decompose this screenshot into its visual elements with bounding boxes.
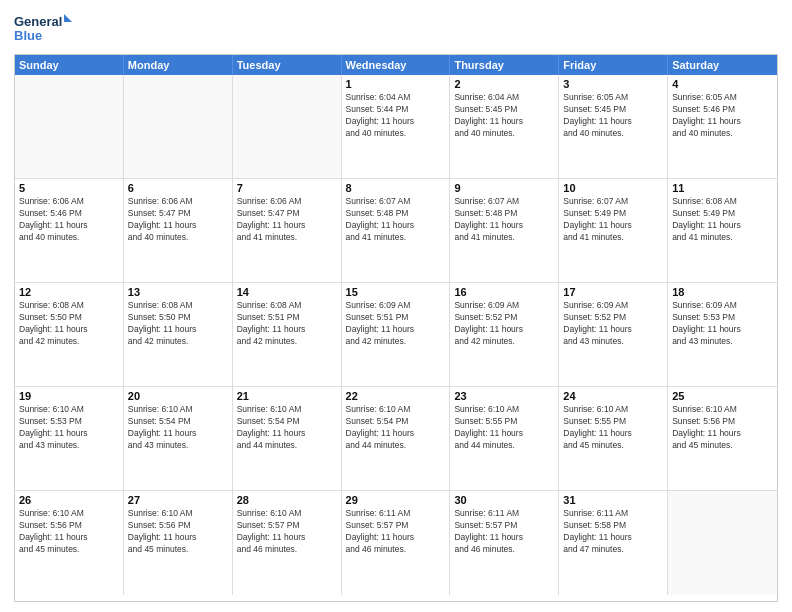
day-number: 8 xyxy=(346,182,446,194)
calendar-cell-w2-d5: 9Sunrise: 6:07 AMSunset: 5:48 PMDaylight… xyxy=(450,179,559,282)
calendar-cell-w5-d1: 26Sunrise: 6:10 AMSunset: 5:56 PMDayligh… xyxy=(15,491,124,595)
calendar-cell-w5-d4: 29Sunrise: 6:11 AMSunset: 5:57 PMDayligh… xyxy=(342,491,451,595)
day-number: 13 xyxy=(128,286,228,298)
calendar-cell-w4-d4: 22Sunrise: 6:10 AMSunset: 5:54 PMDayligh… xyxy=(342,387,451,490)
calendar-body: 1Sunrise: 6:04 AMSunset: 5:44 PMDaylight… xyxy=(15,75,777,595)
logo-svg: General Blue xyxy=(14,10,74,50)
header-day-saturday: Saturday xyxy=(668,55,777,75)
day-number: 27 xyxy=(128,494,228,506)
day-number: 6 xyxy=(128,182,228,194)
day-number: 17 xyxy=(563,286,663,298)
day-number: 4 xyxy=(672,78,773,90)
day-info: Sunrise: 6:07 AMSunset: 5:49 PMDaylight:… xyxy=(563,196,663,244)
calendar-cell-w1-d5: 2Sunrise: 6:04 AMSunset: 5:45 PMDaylight… xyxy=(450,75,559,178)
page: General Blue SundayMondayTuesdayWednesda… xyxy=(0,0,792,612)
day-info: Sunrise: 6:08 AMSunset: 5:49 PMDaylight:… xyxy=(672,196,773,244)
logo: General Blue xyxy=(14,10,74,50)
day-number: 30 xyxy=(454,494,554,506)
calendar-cell-w3-d1: 12Sunrise: 6:08 AMSunset: 5:50 PMDayligh… xyxy=(15,283,124,386)
day-number: 11 xyxy=(672,182,773,194)
header-day-thursday: Thursday xyxy=(450,55,559,75)
day-info: Sunrise: 6:09 AMSunset: 5:53 PMDaylight:… xyxy=(672,300,773,348)
day-number: 24 xyxy=(563,390,663,402)
day-number: 21 xyxy=(237,390,337,402)
calendar-cell-w5-d2: 27Sunrise: 6:10 AMSunset: 5:56 PMDayligh… xyxy=(124,491,233,595)
day-number: 25 xyxy=(672,390,773,402)
calendar-cell-w1-d1 xyxy=(15,75,124,178)
calendar-cell-w2-d2: 6Sunrise: 6:06 AMSunset: 5:47 PMDaylight… xyxy=(124,179,233,282)
calendar-cell-w4-d7: 25Sunrise: 6:10 AMSunset: 5:56 PMDayligh… xyxy=(668,387,777,490)
day-number: 20 xyxy=(128,390,228,402)
calendar-cell-w1-d2 xyxy=(124,75,233,178)
day-info: Sunrise: 6:11 AMSunset: 5:57 PMDaylight:… xyxy=(454,508,554,556)
day-number: 23 xyxy=(454,390,554,402)
day-info: Sunrise: 6:10 AMSunset: 5:54 PMDaylight:… xyxy=(346,404,446,452)
calendar-cell-w2-d1: 5Sunrise: 6:06 AMSunset: 5:46 PMDaylight… xyxy=(15,179,124,282)
calendar-cell-w2-d6: 10Sunrise: 6:07 AMSunset: 5:49 PMDayligh… xyxy=(559,179,668,282)
calendar-cell-w1-d6: 3Sunrise: 6:05 AMSunset: 5:45 PMDaylight… xyxy=(559,75,668,178)
calendar-header: SundayMondayTuesdayWednesdayThursdayFrid… xyxy=(15,55,777,75)
day-info: Sunrise: 6:07 AMSunset: 5:48 PMDaylight:… xyxy=(454,196,554,244)
day-number: 2 xyxy=(454,78,554,90)
header-day-monday: Monday xyxy=(124,55,233,75)
calendar-cell-w5-d6: 31Sunrise: 6:11 AMSunset: 5:58 PMDayligh… xyxy=(559,491,668,595)
header-day-sunday: Sunday xyxy=(15,55,124,75)
calendar-cell-w3-d5: 16Sunrise: 6:09 AMSunset: 5:52 PMDayligh… xyxy=(450,283,559,386)
calendar-cell-w3-d7: 18Sunrise: 6:09 AMSunset: 5:53 PMDayligh… xyxy=(668,283,777,386)
day-info: Sunrise: 6:10 AMSunset: 5:56 PMDaylight:… xyxy=(19,508,119,556)
header-day-wednesday: Wednesday xyxy=(342,55,451,75)
day-info: Sunrise: 6:08 AMSunset: 5:51 PMDaylight:… xyxy=(237,300,337,348)
day-info: Sunrise: 6:07 AMSunset: 5:48 PMDaylight:… xyxy=(346,196,446,244)
calendar-cell-w2-d4: 8Sunrise: 6:07 AMSunset: 5:48 PMDaylight… xyxy=(342,179,451,282)
day-info: Sunrise: 6:09 AMSunset: 5:52 PMDaylight:… xyxy=(454,300,554,348)
day-info: Sunrise: 6:04 AMSunset: 5:44 PMDaylight:… xyxy=(346,92,446,140)
day-info: Sunrise: 6:10 AMSunset: 5:57 PMDaylight:… xyxy=(237,508,337,556)
day-number: 5 xyxy=(19,182,119,194)
calendar-week-4: 19Sunrise: 6:10 AMSunset: 5:53 PMDayligh… xyxy=(15,387,777,491)
calendar-cell-w4-d2: 20Sunrise: 6:10 AMSunset: 5:54 PMDayligh… xyxy=(124,387,233,490)
day-info: Sunrise: 6:10 AMSunset: 5:56 PMDaylight:… xyxy=(672,404,773,452)
day-info: Sunrise: 6:08 AMSunset: 5:50 PMDaylight:… xyxy=(19,300,119,348)
calendar-week-1: 1Sunrise: 6:04 AMSunset: 5:44 PMDaylight… xyxy=(15,75,777,179)
svg-text:General: General xyxy=(14,14,62,29)
day-info: Sunrise: 6:05 AMSunset: 5:46 PMDaylight:… xyxy=(672,92,773,140)
calendar-cell-w4-d1: 19Sunrise: 6:10 AMSunset: 5:53 PMDayligh… xyxy=(15,387,124,490)
day-number: 1 xyxy=(346,78,446,90)
day-info: Sunrise: 6:09 AMSunset: 5:51 PMDaylight:… xyxy=(346,300,446,348)
day-info: Sunrise: 6:04 AMSunset: 5:45 PMDaylight:… xyxy=(454,92,554,140)
calendar-cell-w1-d7: 4Sunrise: 6:05 AMSunset: 5:46 PMDaylight… xyxy=(668,75,777,178)
svg-text:Blue: Blue xyxy=(14,28,42,43)
calendar-week-2: 5Sunrise: 6:06 AMSunset: 5:46 PMDaylight… xyxy=(15,179,777,283)
calendar-cell-w3-d3: 14Sunrise: 6:08 AMSunset: 5:51 PMDayligh… xyxy=(233,283,342,386)
day-info: Sunrise: 6:10 AMSunset: 5:55 PMDaylight:… xyxy=(563,404,663,452)
svg-marker-1 xyxy=(64,14,72,22)
day-number: 28 xyxy=(237,494,337,506)
day-number: 31 xyxy=(563,494,663,506)
day-number: 7 xyxy=(237,182,337,194)
calendar: SundayMondayTuesdayWednesdayThursdayFrid… xyxy=(14,54,778,602)
calendar-week-5: 26Sunrise: 6:10 AMSunset: 5:56 PMDayligh… xyxy=(15,491,777,595)
calendar-cell-w1-d3 xyxy=(233,75,342,178)
day-info: Sunrise: 6:11 AMSunset: 5:57 PMDaylight:… xyxy=(346,508,446,556)
day-number: 16 xyxy=(454,286,554,298)
day-number: 22 xyxy=(346,390,446,402)
calendar-cell-w1-d4: 1Sunrise: 6:04 AMSunset: 5:44 PMDaylight… xyxy=(342,75,451,178)
day-info: Sunrise: 6:10 AMSunset: 5:53 PMDaylight:… xyxy=(19,404,119,452)
day-info: Sunrise: 6:09 AMSunset: 5:52 PMDaylight:… xyxy=(563,300,663,348)
day-info: Sunrise: 6:05 AMSunset: 5:45 PMDaylight:… xyxy=(563,92,663,140)
day-number: 26 xyxy=(19,494,119,506)
day-number: 19 xyxy=(19,390,119,402)
calendar-cell-w3-d6: 17Sunrise: 6:09 AMSunset: 5:52 PMDayligh… xyxy=(559,283,668,386)
day-info: Sunrise: 6:06 AMSunset: 5:46 PMDaylight:… xyxy=(19,196,119,244)
header: General Blue xyxy=(14,10,778,50)
header-day-tuesday: Tuesday xyxy=(233,55,342,75)
header-day-friday: Friday xyxy=(559,55,668,75)
calendar-cell-w4-d6: 24Sunrise: 6:10 AMSunset: 5:55 PMDayligh… xyxy=(559,387,668,490)
day-info: Sunrise: 6:11 AMSunset: 5:58 PMDaylight:… xyxy=(563,508,663,556)
day-number: 3 xyxy=(563,78,663,90)
day-number: 12 xyxy=(19,286,119,298)
day-info: Sunrise: 6:06 AMSunset: 5:47 PMDaylight:… xyxy=(237,196,337,244)
day-number: 14 xyxy=(237,286,337,298)
day-info: Sunrise: 6:06 AMSunset: 5:47 PMDaylight:… xyxy=(128,196,228,244)
day-info: Sunrise: 6:08 AMSunset: 5:50 PMDaylight:… xyxy=(128,300,228,348)
